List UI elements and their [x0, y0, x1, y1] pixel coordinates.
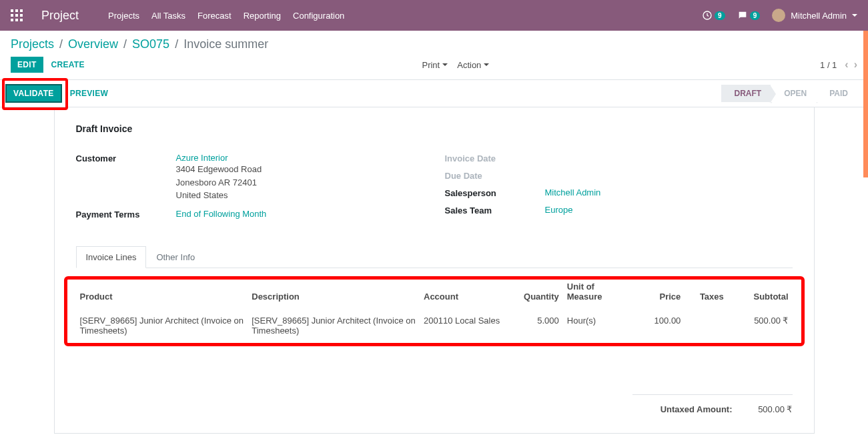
- untaxed-label: Untaxed Amount:: [632, 404, 733, 414]
- activity-icon[interactable]: 9: [702, 10, 725, 21]
- label-sales-team: Sales Team: [445, 205, 545, 215]
- pager-count: 1 / 1: [820, 60, 837, 70]
- cell-price: 100.00: [627, 310, 685, 341]
- control-panel: Projects / Overview / SO075 / Invoice su…: [0, 31, 868, 73]
- breadcrumb-sep: /: [175, 37, 178, 51]
- customer-link[interactable]: Azure Interior: [176, 153, 228, 163]
- messages-icon[interactable]: 9: [737, 10, 761, 21]
- breadcrumb-sep: /: [123, 37, 127, 51]
- label-due-date: Due Date: [445, 170, 545, 181]
- nav-all-tasks[interactable]: All Tasks: [151, 11, 185, 21]
- label-customer: Customer: [76, 153, 176, 163]
- nav-projects[interactable]: Projects: [108, 11, 139, 21]
- pager-prev[interactable]: ‹: [845, 59, 848, 71]
- caret-down-icon: [484, 63, 489, 66]
- sales-team-link[interactable]: Europe: [545, 205, 573, 215]
- nav-forecast[interactable]: Forecast: [197, 11, 232, 21]
- messages-badge: 9: [750, 11, 761, 20]
- create-button[interactable]: CREATE: [45, 57, 91, 73]
- status-draft[interactable]: DRAFT: [721, 85, 771, 102]
- action-dropdown[interactable]: Action: [457, 60, 489, 70]
- breadcrumb-overview[interactable]: Overview: [68, 37, 118, 51]
- form-sheet: Draft Invoice Customer Azure Interior 34…: [54, 107, 815, 434]
- breadcrumb: Projects / Overview / SO075 / Invoice su…: [11, 37, 857, 51]
- apps-icon[interactable]: [11, 9, 23, 21]
- cell-uom: Hour(s): [563, 310, 628, 341]
- print-dropdown[interactable]: Print: [422, 60, 448, 70]
- th-price: Price: [627, 278, 685, 310]
- user-menu[interactable]: Mitchell Admin: [772, 9, 857, 22]
- th-quantity: Quantity: [506, 278, 563, 310]
- label-salesperson: Salesperson: [445, 187, 545, 198]
- user-name: Mitchell Admin: [791, 11, 847, 21]
- status-steps: DRAFT OPEN PAID: [721, 85, 857, 102]
- th-uom: Unit of Measure: [563, 278, 628, 310]
- customer-addr-2: Jonesboro AR 72401: [176, 176, 424, 189]
- edit-button[interactable]: EDIT: [11, 57, 43, 73]
- status-paid[interactable]: PAID: [816, 85, 857, 102]
- cell-description: [SERV_89665] Junior Architect (Invoice o…: [248, 310, 420, 341]
- th-subtotal: Subtotal: [728, 278, 793, 310]
- top-navbar: Project Projects All Tasks Forecast Repo…: [0, 0, 868, 31]
- nav-menu: Projects All Tasks Forecast Reporting Co…: [108, 11, 702, 21]
- th-product: Product: [76, 278, 248, 310]
- th-taxes: Taxes: [685, 278, 727, 310]
- totals: Untaxed Amount: 500.00 ₹: [76, 394, 793, 417]
- tab-invoice-lines[interactable]: Invoice Lines: [76, 246, 147, 268]
- scrollbar-accent: [863, 31, 868, 177]
- th-account: Account: [420, 278, 506, 310]
- label-invoice-date: Invoice Date: [445, 153, 545, 163]
- payment-terms-link[interactable]: End of Following Month: [176, 209, 267, 219]
- cell-product: [SERV_89665] Junior Architect (Invoice o…: [76, 310, 248, 341]
- breadcrumb-current: Invoice summer: [183, 37, 268, 51]
- invoice-lines-table: Product Description Account Quantity Uni…: [76, 278, 793, 341]
- app-brand[interactable]: Project: [41, 9, 79, 23]
- untaxed-value: 500.00 ₹: [733, 404, 793, 414]
- tab-other-info[interactable]: Other Info: [146, 246, 205, 268]
- breadcrumb-projects[interactable]: Projects: [11, 37, 54, 51]
- label-payment-terms: Payment Terms: [76, 209, 176, 219]
- validate-button[interactable]: VALIDATE: [5, 84, 62, 103]
- caret-down-icon: [442, 63, 448, 66]
- cell-account: 200110 Local Sales: [420, 310, 506, 341]
- nav-configuration[interactable]: Configuration: [293, 11, 344, 21]
- page-title: Draft Invoice: [76, 123, 793, 134]
- nav-reporting[interactable]: Reporting: [244, 11, 281, 21]
- cell-taxes: [685, 310, 727, 341]
- salesperson-link[interactable]: Mitchell Admin: [545, 187, 601, 197]
- status-bar: VALIDATE PREVIEW DRAFT OPEN PAID: [0, 79, 868, 107]
- tabs: Invoice Lines Other Info: [76, 246, 793, 268]
- avatar: [772, 9, 785, 22]
- th-description: Description: [248, 278, 420, 310]
- caret-down-icon: [852, 14, 857, 17]
- cell-quantity: 5.000: [506, 310, 563, 341]
- breadcrumb-sep: /: [59, 37, 63, 51]
- activity-badge: 9: [715, 11, 725, 20]
- breadcrumb-so075[interactable]: SO075: [132, 37, 169, 51]
- nav-right: 9 9 Mitchell Admin: [702, 9, 857, 22]
- table-row[interactable]: [SERV_89665] Junior Architect (Invoice o…: [76, 310, 793, 341]
- pager-next[interactable]: ›: [854, 59, 857, 71]
- customer-addr-1: 3404 Edgewood Road: [176, 163, 424, 176]
- cell-subtotal: 500.00 ₹: [728, 310, 793, 341]
- customer-addr-3: United States: [176, 189, 424, 202]
- preview-button[interactable]: PREVIEW: [63, 85, 115, 101]
- status-open[interactable]: OPEN: [771, 85, 816, 102]
- table-header-row: Product Description Account Quantity Uni…: [76, 278, 793, 310]
